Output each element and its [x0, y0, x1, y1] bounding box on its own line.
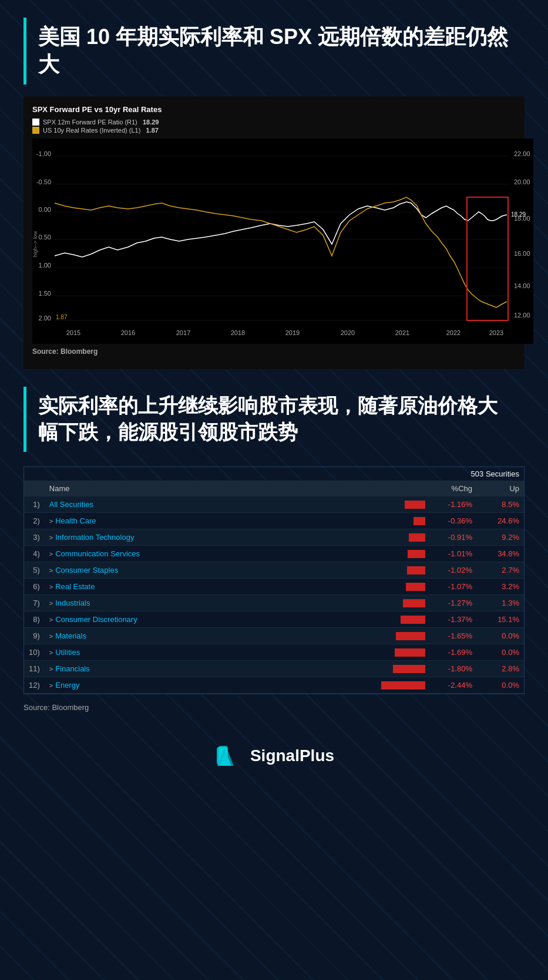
- row-name: > Financials: [45, 661, 359, 677]
- row-pct-chg: -2.44%: [430, 677, 477, 694]
- col-bar-header: [359, 481, 430, 496]
- row-up-pct: 0.0%: [477, 628, 524, 644]
- chart-svg: -1.00 -0.50 0.00 0.50 1.00 1.50 2.00 hig…: [32, 138, 516, 344]
- row-name: > Consumer Discretionary: [45, 611, 359, 628]
- table-row: 9)> Materials-1.65%0.0%: [24, 628, 524, 644]
- row-num: 1): [24, 496, 45, 513]
- row-pct-chg: -1.69%: [430, 644, 477, 661]
- svg-text:1.00: 1.00: [39, 262, 51, 269]
- svg-text:-0.50: -0.50: [36, 178, 51, 185]
- row-num: 9): [24, 628, 45, 644]
- svg-text:1.50: 1.50: [39, 290, 51, 297]
- logo-text: SignalPlus: [250, 746, 334, 765]
- legend-color-gold: [32, 127, 39, 134]
- row-num: 5): [24, 562, 45, 579]
- row-up-pct: 0.0%: [477, 677, 524, 694]
- svg-text:2023: 2023: [489, 329, 503, 336]
- svg-text:-1.00: -1.00: [36, 150, 51, 157]
- row-bar: [359, 611, 430, 628]
- source-text: Source: Bloomberg: [23, 703, 525, 712]
- col-name-header: Name: [45, 481, 359, 496]
- row-bar: [359, 677, 430, 694]
- row-pct-chg: -1.07%: [430, 579, 477, 595]
- securities-table: Name %Chg Up 1)All Securities-1.16%8.5%2…: [24, 481, 524, 694]
- col-pctchg-header: %Chg: [430, 481, 477, 496]
- chart-container: SPX Forward PE vs 10yr Real Rates SPX 12…: [23, 96, 525, 369]
- row-up-pct: 3.2%: [477, 579, 524, 595]
- row-up-pct: 8.5%: [477, 496, 524, 513]
- table-header-row: Name %Chg Up: [24, 481, 524, 496]
- row-bar: [359, 644, 430, 661]
- row-up-pct: 2.7%: [477, 562, 524, 579]
- svg-text:20.00: 20.00: [514, 178, 530, 185]
- row-num: 7): [24, 595, 45, 611]
- main-title-1: 美国 10 年期实际利率和 SPX 远期倍数的差距仍然大: [38, 23, 513, 79]
- table-row: 5)> Consumer Staples-1.02%2.7%: [24, 562, 524, 579]
- row-up-pct: 9.2%: [477, 529, 524, 546]
- row-name: > Real Estate: [45, 579, 359, 595]
- row-name: > Utilities: [45, 644, 359, 661]
- row-up-pct: 2.8%: [477, 661, 524, 677]
- legend-label-pe: SPX 12m Forward PE Ratio (R1) 18.29: [43, 119, 159, 126]
- svg-text:0.50: 0.50: [39, 234, 51, 241]
- row-pct-chg: -0.91%: [430, 529, 477, 546]
- row-num: 11): [24, 661, 45, 677]
- legend-color-white: [32, 119, 39, 126]
- row-bar: [359, 562, 430, 579]
- row-num: 4): [24, 546, 45, 562]
- svg-text:2015: 2015: [66, 329, 80, 336]
- row-num: 6): [24, 579, 45, 595]
- row-bar: [359, 513, 430, 529]
- svg-text:2020: 2020: [341, 329, 355, 336]
- securities-count: 503 Securities: [24, 467, 524, 481]
- table-row: 10)> Utilities-1.69%0.0%: [24, 644, 524, 661]
- row-bar: [359, 628, 430, 644]
- row-pct-chg: -0.36%: [430, 513, 477, 529]
- row-up-pct: 24.6%: [477, 513, 524, 529]
- row-pct-chg: -1.02%: [430, 562, 477, 579]
- col-up-header: Up: [477, 481, 524, 496]
- row-pct-chg: -1.16%: [430, 496, 477, 513]
- row-bar: [359, 595, 430, 611]
- chart-source: Source: Bloomberg: [32, 347, 516, 356]
- title-block-2: 实际利率的上升继续影响股市表现，随著原油价格大幅下跌，能源股引领股市跌势: [23, 387, 525, 452]
- svg-text:2.00: 2.00: [39, 315, 51, 322]
- row-pct-chg: -1.27%: [430, 595, 477, 611]
- table-row: 11)> Financials-1.80%2.8%: [24, 661, 524, 677]
- chart-title: SPX Forward PE vs 10yr Real Rates: [32, 105, 516, 114]
- row-name: All Securities: [45, 496, 359, 513]
- svg-text:2017: 2017: [176, 329, 190, 336]
- row-up-pct: 1.3%: [477, 595, 524, 611]
- svg-text:22.00: 22.00: [514, 150, 530, 157]
- row-name: > Energy: [45, 677, 359, 694]
- row-name: > Communication Services: [45, 546, 359, 562]
- title-block-1: 美国 10 年期实际利率和 SPX 远期倍数的差距仍然大: [23, 18, 525, 85]
- row-bar: [359, 546, 430, 562]
- row-pct-chg: -1.01%: [430, 546, 477, 562]
- main-title-2: 实际利率的上升继续影响股市表现，随著原油价格大幅下跌，能源股引领股市跌势: [38, 393, 513, 447]
- svg-text:2019: 2019: [285, 329, 300, 336]
- row-up-pct: 34.8%: [477, 546, 524, 562]
- signalplus-logo-icon: [214, 741, 243, 771]
- table-row: 1)All Securities-1.16%8.5%: [24, 496, 524, 513]
- row-num: 3): [24, 529, 45, 546]
- svg-text:14.00: 14.00: [514, 282, 530, 289]
- row-name: > Industrials: [45, 595, 359, 611]
- legend-label-rates: US 10y Real Rates (Inverted) (L1) 1.87: [43, 127, 159, 134]
- row-bar: [359, 529, 430, 546]
- row-num: 2): [24, 513, 45, 529]
- row-pct-chg: -1.65%: [430, 628, 477, 644]
- svg-text:16.00: 16.00: [514, 250, 530, 257]
- footer: SignalPlus: [23, 729, 525, 782]
- row-bar: [359, 661, 430, 677]
- svg-text:2021: 2021: [395, 329, 409, 336]
- row-bar: [359, 496, 430, 513]
- table-row: 4)> Communication Services-1.01%34.8%: [24, 546, 524, 562]
- svg-text:high--> low: high--> low: [32, 231, 38, 257]
- row-name: > Consumer Staples: [45, 562, 359, 579]
- legend-item-rates: US 10y Real Rates (Inverted) (L1) 1.87: [32, 127, 516, 134]
- chart-legend: SPX 12m Forward PE Ratio (R1) 18.29 US 1…: [32, 119, 516, 134]
- table-row: 3)> Information Technology-0.91%9.2%: [24, 529, 524, 546]
- row-num: 10): [24, 644, 45, 661]
- table-row: 2)> Health Care-0.36%24.6%: [24, 513, 524, 529]
